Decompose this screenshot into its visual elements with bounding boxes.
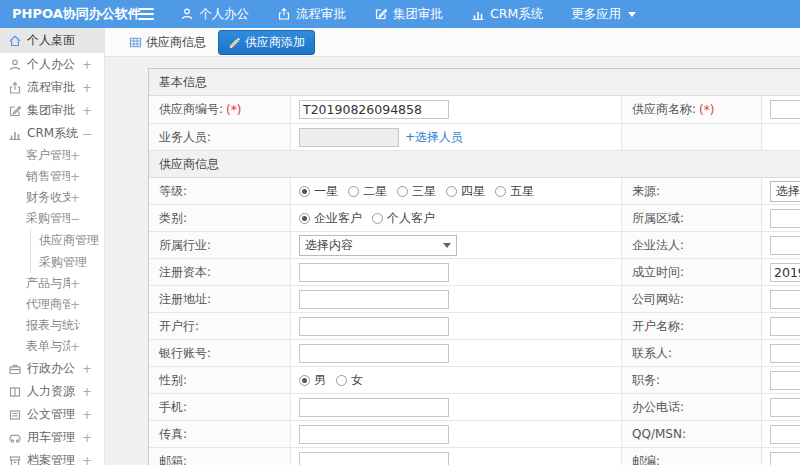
contact-input[interactable] [770,344,800,363]
purchase-submenu: 供应商管理 采购管理 [30,229,104,273]
category-option-individual[interactable]: 个人客户 [372,210,435,227]
industry-label-cell: 所属行业: [149,232,291,258]
sidebar-item-group-approval[interactable]: 集团审批 + [0,99,104,122]
fax-field-cell [291,421,622,447]
radio-icon [348,186,359,197]
form-row-email: 邮箱: 邮编: [149,448,800,465]
edit-icon [8,104,22,118]
supplier-no-field-cell [291,96,622,123]
tab-label: 供应商添加 [245,34,305,51]
staff-input[interactable] [299,128,399,147]
bank-no-input[interactable] [299,344,449,363]
supplier-name-label-cell: 供应商名称: (*) [622,96,762,123]
choose-staff-link[interactable]: +选择人员 [405,129,463,146]
form-row-mobile: 手机: 办公电话: [149,394,800,421]
nav-crm[interactable]: CRM系统 [471,6,543,23]
account-name-field-cell [762,313,800,339]
tab-supplier-add[interactable]: 供应商添加 [218,30,315,55]
sidebar-subsub-purchase-mgmt[interactable]: 采购管理 [31,251,104,273]
website-input[interactable] [770,290,800,309]
reg-addr-input[interactable] [299,290,449,309]
sidebar-item-vehicle-mgmt[interactable]: 用车管理 + [0,426,104,449]
tab-bar: 供应商信息 供应商添加 [105,28,800,57]
job-title-input[interactable] [770,371,800,390]
account-name-label-cell: 开户名称: [622,313,762,339]
book-icon [8,385,22,399]
nav-more-apps[interactable]: 更多应用 [571,6,636,23]
capital-label-cell: 注册资本: [149,259,291,285]
sidebar-sub-purchase-mgmt[interactable]: 采购管理 − [0,208,104,229]
founded-date-input[interactable] [770,263,800,282]
category-option-enterprise[interactable]: 企业客户 [299,210,362,227]
grade-field-cell: 一星 二星 三星 四星 五星 [291,178,622,204]
legal-person-input[interactable] [770,236,800,255]
grade-option-3star[interactable]: 三星 [397,183,436,200]
fax-label-cell: 传真: [149,421,291,447]
sidebar-subsub-supplier-mgmt[interactable]: 供应商管理 [31,229,104,251]
nav-group-approval[interactable]: 集团审批 [374,6,443,23]
zip-input[interactable] [770,452,800,465]
nav-label: 流程审批 [296,6,346,23]
grade-option-1star[interactable]: 一星 [299,183,338,200]
sidebar-sub-form-flow-settings[interactable]: 表单与流程设置 + [0,336,104,357]
founded-field-cell [762,259,800,285]
sidebar-item-hr[interactable]: 人力资源 + [0,380,104,403]
account-name-input[interactable] [770,317,800,336]
sidebar-sub-finance[interactable]: 财务收支 + [0,187,104,208]
sidebar-sub-sales-mgmt[interactable]: 销售管理 + [0,166,104,187]
home-icon [8,34,22,48]
sidebar-item-desktop[interactable]: 个人桌面 [0,28,104,53]
bank-label-cell: 开户行: [149,313,291,339]
grade-option-4star[interactable]: 四星 [446,183,485,200]
reg-addr-label-cell: 注册地址: [149,286,291,312]
fax-input[interactable] [299,425,449,444]
bank-no-field-cell [291,340,622,366]
supplier-no-input[interactable] [299,100,449,119]
reg-addr-field-cell [291,286,622,312]
bank-input[interactable] [299,317,449,336]
mobile-input[interactable] [299,398,449,417]
industry-select[interactable]: 选择内容 [299,235,457,256]
sidebar-sub-product-inventory[interactable]: 产品与库存 + [0,273,104,294]
office-tel-input[interactable] [770,398,800,417]
supplier-name-input[interactable] [770,100,800,119]
sidebar-sub-customer-mgmt[interactable]: 客户管理 + [0,145,104,166]
bar-chart-icon [8,127,22,141]
car-icon [8,431,22,445]
sidebar-item-crm[interactable]: CRM系统 − [0,122,104,145]
grade-option-5star[interactable]: 五星 [495,183,534,200]
sidebar-item-archives[interactable]: 档案管理 + [0,449,104,465]
gender-option-female[interactable]: 女 [336,372,363,389]
sidebar-item-workflow-approval[interactable]: 流程审批 + [0,76,104,99]
table-icon [129,36,142,49]
bank-field-cell [291,313,622,339]
gender-option-male[interactable]: 男 [299,372,326,389]
nav-personal-office[interactable]: 个人办公 [180,6,249,23]
email-label-cell: 邮箱: [149,448,291,465]
radio-icon [299,375,310,386]
grade-option-2star[interactable]: 二星 [348,183,387,200]
supplier-add-form: 基本信息 供应商编号: (*) 供应商名称: (*) 业务人员: [148,68,800,465]
sidebar-sub-agent-mgmt[interactable]: 代理商管理 + [0,294,104,315]
sidebar-item-documents[interactable]: 公文管理 + [0,403,104,426]
email-input[interactable] [299,452,449,465]
chevron-down-icon [443,243,451,248]
briefcase-icon [8,362,22,376]
sidebar-sub-reports[interactable]: 报表与统计 [0,315,104,336]
region-input[interactable] [770,209,800,228]
empty-label-cell [622,124,762,150]
tab-supplier-info[interactable]: 供应商信息 [129,34,206,51]
capital-input[interactable] [299,263,449,282]
staff-field-cell: +选择人员 [291,124,622,150]
nav-workflow-approval[interactable]: 流程审批 [277,6,346,23]
flow-icon [8,81,22,95]
bar-chart-icon [471,7,485,21]
title-field-cell [762,367,800,393]
qq-input[interactable] [770,425,800,444]
zip-label-cell: 邮编: [622,448,762,465]
source-select[interactable]: 选择内容 [770,181,800,202]
main-content: 基本信息 供应商编号: (*) 供应商名称: (*) 业务人员: [105,57,800,465]
sidebar-item-admin-office[interactable]: 行政办公 + [0,357,104,380]
menu-icon[interactable] [138,8,154,20]
sidebar-item-personal-office[interactable]: 个人办公 + [0,53,104,76]
